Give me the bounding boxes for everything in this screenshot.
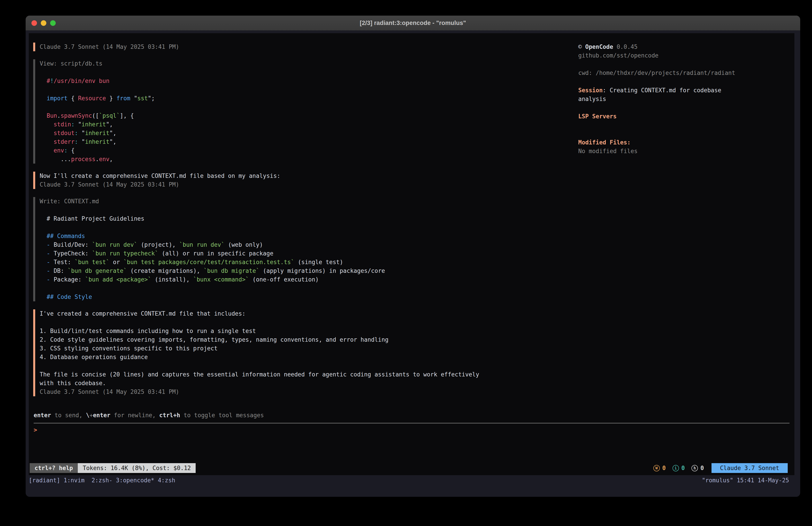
text-segment: enter: [93, 412, 110, 418]
text-segment: ## Commands: [40, 233, 85, 239]
tmux-window-list: [radiant] 1:nvim 2:zsh- 3:opencode* 4:zs…: [29, 477, 175, 484]
text-segment: ([: [92, 112, 99, 119]
text-segment: : Creating CONTEXT.md for codebase: [603, 87, 721, 94]
text-segment: Now I'll create a comprehensive CONTEXT.…: [40, 172, 280, 179]
text-segment: stdout: [40, 130, 75, 137]
text-segment: :: [71, 121, 75, 128]
terminal-line: Write: CONTEXT.md: [40, 197, 578, 206]
text-segment: ,: [110, 156, 113, 162]
opencode-main-row: Claude 3.7 Sonnet (14 May 2025 03:41 PM)…: [29, 33, 794, 404]
text-segment: 1. Build/lint/test commands including ho…: [40, 328, 256, 334]
editor-divider: [34, 423, 789, 424]
minimize-button[interactable]: [41, 20, 46, 26]
terminal-line: import { Resource } from "sst";: [40, 94, 578, 103]
text-segment: process: [71, 156, 96, 162]
text-segment: {: [68, 147, 74, 154]
text-segment: ": [78, 130, 85, 137]
empty-space: [29, 435, 794, 463]
text-segment: OpenCode: [585, 43, 613, 50]
text-segment: `bun run dev`: [92, 241, 137, 248]
terminal-line: © OpenCode 0.0.45: [578, 43, 794, 51]
text-segment: `bun test`: [75, 259, 110, 266]
text-segment: .: [96, 156, 99, 162]
terminal-line: No modified files: [578, 147, 794, 156]
terminal-line: stdout: "inherit",: [40, 129, 578, 138]
text-segment: (install),: [151, 276, 193, 283]
zoom-button[interactable]: [50, 20, 56, 26]
terminal-line: 1. Build/lint/test commands including ho…: [40, 327, 578, 336]
text-segment: Resource: [78, 95, 106, 102]
text-segment: -: [40, 241, 54, 248]
lsp-diagnostics: W0i0h0: [653, 465, 704, 471]
text-segment: 2. Code style guidelines covering import…: [40, 336, 388, 343]
text-segment: Claude 3.7 Sonnet (14 May 2025 03:41 PM): [40, 43, 179, 50]
text-segment: :: [64, 147, 68, 154]
text-segment: env: [40, 147, 64, 154]
diagnostic-count: 0: [681, 465, 685, 471]
terminal-line: enter to send, \+enter for newline, ctrl…: [34, 411, 789, 420]
terminal-line: ## Code Style: [40, 293, 578, 301]
terminal-line: [40, 206, 578, 214]
terminal-line: stdin: "inherit",: [40, 120, 578, 129]
text-segment: ## Code Style: [40, 294, 92, 300]
text-segment: from: [116, 95, 130, 102]
text-segment: cwd: /home/thdxr/dev/projects/radiant/ra…: [578, 70, 735, 76]
terminal-line: [40, 318, 578, 327]
text-segment: .: [57, 112, 61, 119]
terminal-line: Claude 3.7 Sonnet (14 May 2025 03:41 PM): [40, 43, 578, 51]
text-segment: :: [75, 130, 78, 137]
text-segment: Modified Files:: [578, 139, 630, 146]
traffic-lights: [31, 16, 56, 30]
prompt-symbol: >: [34, 427, 37, 433]
text-segment: (all) or run in specific package: [158, 250, 273, 257]
text-segment: stdin: [40, 121, 71, 128]
terminal-line: Claude 3.7 Sonnet (14 May 2025 03:41 PM): [40, 388, 578, 396]
terminal-line: cwd: /home/thdxr/dev/projects/radiant/ra…: [578, 69, 794, 77]
terminal-line: [40, 68, 578, 77]
terminal-line: [578, 103, 794, 112]
text-segment: 4. Database operations guidance: [40, 354, 148, 360]
terminal-line: - Test: `bun test` or `bun test packages…: [40, 258, 578, 267]
terminal-line: ## Commands: [40, 232, 578, 241]
text-segment: inherit: [82, 121, 106, 128]
terminal-body: Claude 3.7 Sonnet (14 May 2025 03:41 PM)…: [26, 30, 800, 497]
terminal-line: 3. CSS styling conventions specific to t…: [40, 344, 578, 353]
message-editor: enter to send, \+enter for newline, ctrl…: [34, 411, 789, 435]
close-button[interactable]: [31, 20, 37, 26]
prompt-input[interactable]: >: [34, 426, 789, 435]
diagnostic-count: 0: [662, 465, 666, 471]
text-segment: to toggle tool messages: [180, 412, 264, 418]
text-segment: Session: [578, 87, 603, 94]
text-segment: `bun db migrate`: [204, 268, 259, 274]
terminal-line: [40, 223, 578, 232]
text-segment: (web only): [224, 241, 263, 248]
terminal-line: env: {: [40, 146, 578, 155]
terminal-line: View: script/db.ts: [40, 59, 578, 68]
terminal-line: [40, 103, 578, 111]
chat-history: Claude 3.7 Sonnet (14 May 2025 03:41 PM)…: [33, 43, 578, 404]
terminal-line: - TypeCheck: `bun run typecheck` (all) o…: [40, 249, 578, 258]
text-segment: with this codebase.: [40, 380, 106, 386]
text-segment: (one-off execution): [249, 276, 319, 283]
terminal-line: # Radiant Project Guidelines: [40, 214, 578, 223]
text-segment: ",: [106, 121, 113, 128]
text-segment: {: [68, 95, 78, 102]
opencode-status-bar: ctrl+? help Tokens: 16.4K (8%), Cost: $0…: [29, 463, 794, 475]
terminal-line: - DB: `bun db generate` (create migratio…: [40, 267, 578, 275]
terminal-line: [578, 60, 794, 69]
terminal-line: [40, 361, 578, 370]
text-segment: +: [89, 412, 93, 418]
window-titlebar: [2/3] radiant:3:opencode - "romulus": [26, 16, 800, 30]
text-segment: ": [75, 121, 82, 128]
text-segment: `bun db generate`: [68, 268, 127, 274]
text-segment: !: [50, 77, 54, 84]
terminal-line: I've created a comprehensive CONTEXT.md …: [40, 309, 578, 318]
session-sidebar: © OpenCode 0.0.45github.com/sst/opencode…: [578, 43, 794, 404]
text-segment: Package:: [54, 276, 85, 283]
text-segment: ": [78, 138, 85, 145]
text-segment: -: [40, 276, 54, 283]
opencode-app: Claude 3.7 Sonnet (14 May 2025 03:41 PM)…: [29, 33, 794, 475]
text-segment: /usr/bin/env bun: [54, 77, 110, 84]
assistant-message-block: Now I'll create a comprehensive CONTEXT.…: [33, 172, 578, 189]
text-segment: No modified files: [578, 148, 638, 155]
